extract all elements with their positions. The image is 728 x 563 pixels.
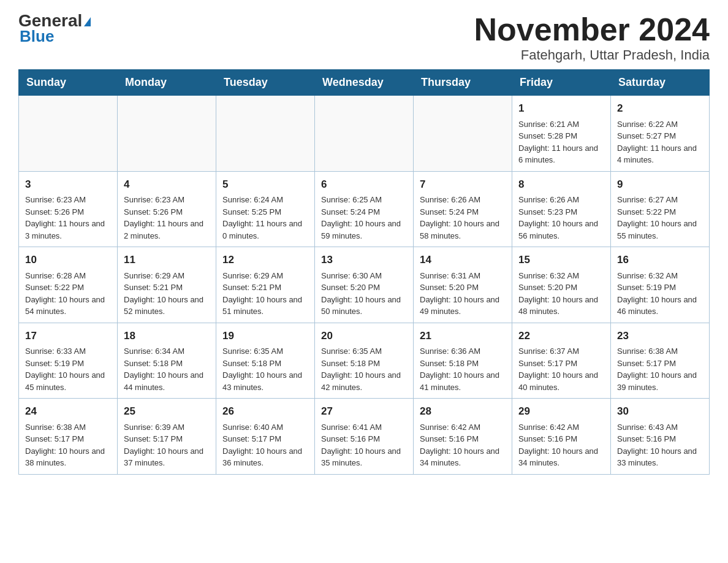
day-header-friday: Friday xyxy=(512,70,611,96)
day-number: 26 xyxy=(222,404,308,419)
calendar-cell: 2Sunrise: 6:22 AMSunset: 5:27 PMDaylight… xyxy=(611,96,710,172)
day-info: Sunrise: 6:23 AMSunset: 5:26 PMDaylight:… xyxy=(25,194,111,242)
calendar-cell: 11Sunrise: 6:29 AMSunset: 5:21 PMDayligh… xyxy=(118,247,216,323)
day-info: Sunrise: 6:40 AMSunset: 5:17 PMDaylight:… xyxy=(222,421,308,469)
calendar-cell: 3Sunrise: 6:23 AMSunset: 5:26 PMDaylight… xyxy=(19,171,118,247)
calendar-cell: 29Sunrise: 6:42 AMSunset: 5:16 PMDayligh… xyxy=(512,399,611,475)
day-info: Sunrise: 6:38 AMSunset: 5:17 PMDaylight:… xyxy=(25,421,111,469)
day-info: Sunrise: 6:28 AMSunset: 5:22 PMDaylight:… xyxy=(25,270,111,318)
calendar-cell: 24Sunrise: 6:38 AMSunset: 5:17 PMDayligh… xyxy=(19,399,118,475)
day-header-sunday: Sunday xyxy=(19,70,118,96)
calendar-cell: 14Sunrise: 6:31 AMSunset: 5:20 PMDayligh… xyxy=(414,247,512,323)
day-number: 12 xyxy=(222,252,308,268)
calendar-cell: 28Sunrise: 6:42 AMSunset: 5:16 PMDayligh… xyxy=(414,399,512,475)
day-info: Sunrise: 6:21 AMSunset: 5:28 PMDaylight:… xyxy=(518,118,604,166)
day-number: 22 xyxy=(518,328,604,344)
day-number: 30 xyxy=(617,404,703,419)
title-block: November 2024 Fatehgarh, Uttar Pradesh, … xyxy=(474,12,710,63)
day-info: Sunrise: 6:24 AMSunset: 5:25 PMDaylight:… xyxy=(222,194,308,242)
day-info: Sunrise: 6:27 AMSunset: 5:22 PMDaylight:… xyxy=(617,194,703,242)
day-number: 27 xyxy=(321,404,407,419)
calendar-week-3: 10Sunrise: 6:28 AMSunset: 5:22 PMDayligh… xyxy=(19,247,710,323)
day-header-tuesday: Tuesday xyxy=(216,70,315,96)
calendar-week-1: 1Sunrise: 6:21 AMSunset: 5:28 PMDaylight… xyxy=(19,96,710,172)
calendar-cell: 5Sunrise: 6:24 AMSunset: 5:25 PMDaylight… xyxy=(216,171,315,247)
calendar-cell xyxy=(315,96,414,172)
day-info: Sunrise: 6:37 AMSunset: 5:17 PMDaylight:… xyxy=(518,345,604,393)
calendar-cell: 4Sunrise: 6:23 AMSunset: 5:26 PMDaylight… xyxy=(118,171,216,247)
day-info: Sunrise: 6:33 AMSunset: 5:19 PMDaylight:… xyxy=(25,345,111,393)
day-info: Sunrise: 6:25 AMSunset: 5:24 PMDaylight:… xyxy=(321,194,407,242)
calendar-header-row: SundayMondayTuesdayWednesdayThursdayFrid… xyxy=(19,70,710,96)
calendar-cell: 9Sunrise: 6:27 AMSunset: 5:22 PMDaylight… xyxy=(611,171,710,247)
calendar-cell: 21Sunrise: 6:36 AMSunset: 5:18 PMDayligh… xyxy=(414,323,512,399)
day-info: Sunrise: 6:32 AMSunset: 5:19 PMDaylight:… xyxy=(617,270,703,318)
calendar-cell xyxy=(118,96,216,172)
day-header-wednesday: Wednesday xyxy=(315,70,414,96)
day-number: 1 xyxy=(518,101,604,117)
calendar-cell: 16Sunrise: 6:32 AMSunset: 5:19 PMDayligh… xyxy=(611,247,710,323)
day-info: Sunrise: 6:39 AMSunset: 5:17 PMDaylight:… xyxy=(124,421,210,469)
day-number: 10 xyxy=(25,252,111,268)
calendar-cell: 10Sunrise: 6:28 AMSunset: 5:22 PMDayligh… xyxy=(19,247,118,323)
day-number: 14 xyxy=(420,252,506,268)
logo-blue: Blue xyxy=(18,27,54,46)
calendar-cell: 19Sunrise: 6:35 AMSunset: 5:18 PMDayligh… xyxy=(216,323,315,399)
day-info: Sunrise: 6:38 AMSunset: 5:17 PMDaylight:… xyxy=(617,345,703,393)
calendar-cell: 15Sunrise: 6:32 AMSunset: 5:20 PMDayligh… xyxy=(512,247,611,323)
calendar-cell: 7Sunrise: 6:26 AMSunset: 5:24 PMDaylight… xyxy=(414,171,512,247)
day-info: Sunrise: 6:26 AMSunset: 5:24 PMDaylight:… xyxy=(420,194,506,242)
day-header-monday: Monday xyxy=(118,70,216,96)
calendar-cell: 17Sunrise: 6:33 AMSunset: 5:19 PMDayligh… xyxy=(19,323,118,399)
day-number: 17 xyxy=(25,328,111,344)
day-info: Sunrise: 6:26 AMSunset: 5:23 PMDaylight:… xyxy=(518,194,604,242)
day-info: Sunrise: 6:41 AMSunset: 5:16 PMDaylight:… xyxy=(321,421,407,469)
calendar-cell xyxy=(414,96,512,172)
calendar-week-2: 3Sunrise: 6:23 AMSunset: 5:26 PMDaylight… xyxy=(19,171,710,247)
day-info: Sunrise: 6:30 AMSunset: 5:20 PMDaylight:… xyxy=(321,270,407,318)
page-header: General Blue November 2024 Fatehgarh, Ut… xyxy=(18,12,710,63)
calendar-cell: 30Sunrise: 6:43 AMSunset: 5:16 PMDayligh… xyxy=(611,399,710,475)
calendar-cell: 26Sunrise: 6:40 AMSunset: 5:17 PMDayligh… xyxy=(216,399,315,475)
day-number: 20 xyxy=(321,328,407,344)
day-number: 4 xyxy=(124,177,210,193)
calendar-cell: 12Sunrise: 6:29 AMSunset: 5:21 PMDayligh… xyxy=(216,247,315,323)
day-info: Sunrise: 6:23 AMSunset: 5:26 PMDaylight:… xyxy=(124,194,210,242)
calendar-table: SundayMondayTuesdayWednesdayThursdayFrid… xyxy=(18,69,710,475)
day-number: 24 xyxy=(25,404,111,419)
day-number: 19 xyxy=(222,328,308,344)
day-number: 25 xyxy=(124,404,210,419)
day-number: 2 xyxy=(617,101,703,117)
page-title: November 2024 xyxy=(474,12,710,47)
day-number: 8 xyxy=(518,177,604,193)
day-info: Sunrise: 6:29 AMSunset: 5:21 PMDaylight:… xyxy=(124,270,210,318)
day-info: Sunrise: 6:42 AMSunset: 5:16 PMDaylight:… xyxy=(420,421,506,469)
day-number: 28 xyxy=(420,404,506,419)
calendar-cell: 23Sunrise: 6:38 AMSunset: 5:17 PMDayligh… xyxy=(611,323,710,399)
calendar-cell: 13Sunrise: 6:30 AMSunset: 5:20 PMDayligh… xyxy=(315,247,414,323)
day-info: Sunrise: 6:35 AMSunset: 5:18 PMDaylight:… xyxy=(321,345,407,393)
calendar-cell: 6Sunrise: 6:25 AMSunset: 5:24 PMDaylight… xyxy=(315,171,414,247)
day-number: 21 xyxy=(420,328,506,344)
calendar-cell: 22Sunrise: 6:37 AMSunset: 5:17 PMDayligh… xyxy=(512,323,611,399)
day-number: 29 xyxy=(518,404,604,419)
day-number: 7 xyxy=(420,177,506,193)
day-header-thursday: Thursday xyxy=(414,70,512,96)
calendar-cell: 25Sunrise: 6:39 AMSunset: 5:17 PMDayligh… xyxy=(118,399,216,475)
day-number: 23 xyxy=(617,328,703,344)
day-number: 16 xyxy=(617,252,703,268)
day-number: 11 xyxy=(124,252,210,268)
day-number: 3 xyxy=(25,177,111,193)
day-info: Sunrise: 6:22 AMSunset: 5:27 PMDaylight:… xyxy=(617,118,703,166)
day-number: 9 xyxy=(617,177,703,193)
day-number: 5 xyxy=(222,177,308,193)
day-info: Sunrise: 6:43 AMSunset: 5:16 PMDaylight:… xyxy=(617,421,703,469)
calendar-week-4: 17Sunrise: 6:33 AMSunset: 5:19 PMDayligh… xyxy=(19,323,710,399)
day-info: Sunrise: 6:34 AMSunset: 5:18 PMDaylight:… xyxy=(124,345,210,393)
day-number: 18 xyxy=(124,328,210,344)
day-number: 6 xyxy=(321,177,407,193)
logo: General Blue xyxy=(18,12,91,46)
day-number: 13 xyxy=(321,252,407,268)
calendar-cell: 8Sunrise: 6:26 AMSunset: 5:23 PMDaylight… xyxy=(512,171,611,247)
calendar-cell xyxy=(19,96,118,172)
